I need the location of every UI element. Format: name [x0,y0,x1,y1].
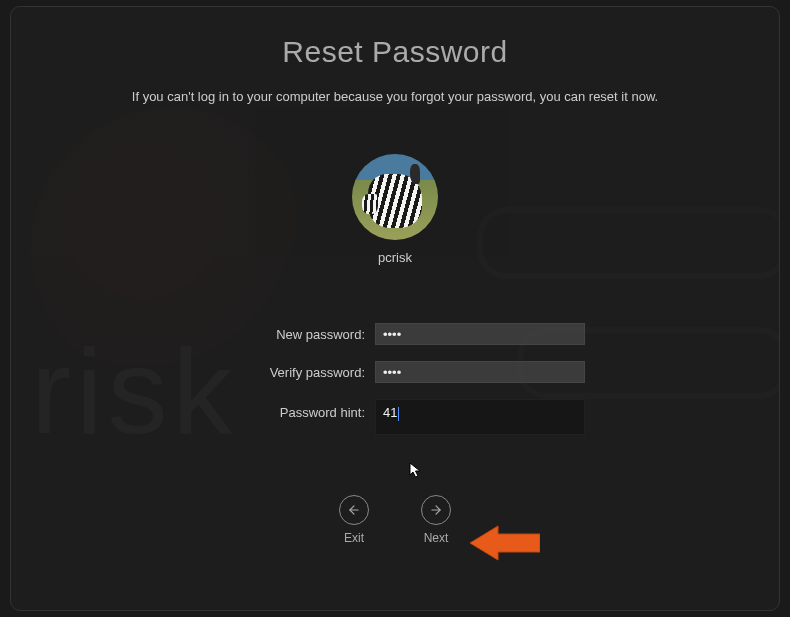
new-password-field[interactable] [375,323,585,345]
next-label: Next [424,531,449,545]
exit-button[interactable]: Exit [339,495,369,545]
arrow-left-icon [339,495,369,525]
nav-buttons: Exit Next [11,495,779,545]
username-label: pcrisk [11,250,779,265]
page-title: Reset Password [11,35,779,69]
password-hint-label: Password hint: [205,405,365,420]
arrow-right-icon [421,495,451,525]
zebra-avatar-image [368,174,422,228]
next-button[interactable]: Next [421,495,451,545]
verify-password-field[interactable] [375,361,585,383]
password-hint-field[interactable]: 41 [375,399,585,435]
password-form: New password: Verify password: Password … [11,323,779,435]
reset-password-window: risk Reset Password If you can't log in … [10,6,780,611]
new-password-label: New password: [205,327,365,342]
exit-label: Exit [344,531,364,545]
user-avatar [352,154,438,240]
page-subtitle: If you can't log in to your computer bec… [11,89,779,104]
verify-password-label: Verify password: [205,365,365,380]
